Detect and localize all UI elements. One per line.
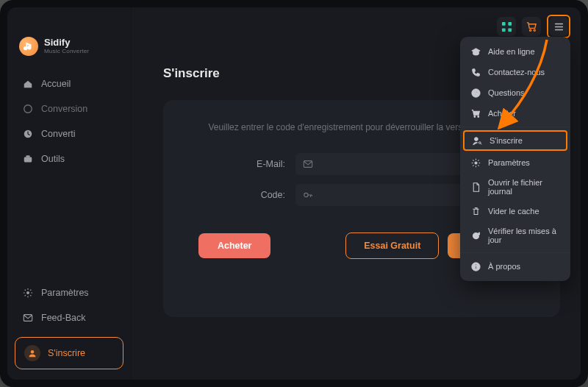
svg-point-30 <box>474 137 478 141</box>
menu-item-label: Ouvrir le fichier journal <box>488 178 560 196</box>
sidebar-item-label: Outils <box>41 154 65 164</box>
sidebar-footer: Paramètres Feed-Back S'inscrire <box>7 278 131 380</box>
sidebar-item-converted[interactable]: Converti <box>15 122 123 146</box>
svg-rect-34 <box>475 266 476 269</box>
email-label: E-Mail: <box>244 159 285 169</box>
sidebar-item-home[interactable]: Accueil <box>15 72 123 96</box>
refresh-icon <box>470 230 481 241</box>
sidebar-item-label: Converti <box>41 129 76 139</box>
mail-icon <box>22 312 34 324</box>
hamburger-menu: Aide en ligne Contactez-nous ? Questions… <box>460 37 570 281</box>
brand-subtitle: Music Converter <box>44 49 89 55</box>
phone-icon <box>470 67 481 77</box>
sidebar: Sidify Music Converter Accueil Conversio… <box>7 7 132 380</box>
code-field[interactable] <box>319 189 472 201</box>
gear-icon <box>22 287 34 299</box>
menu-item-label: S'inscrire <box>490 136 523 145</box>
email-field[interactable] <box>319 158 472 170</box>
menu-item-signup[interactable]: S'inscrire <box>463 130 567 151</box>
menu-item-label: Aide en ligne <box>488 47 535 56</box>
menu-item-label: Contactez-nous <box>488 68 545 77</box>
clock-icon <box>22 128 34 140</box>
trial-button[interactable]: Essai Gratuit <box>345 232 439 259</box>
file-icon <box>470 182 481 192</box>
key-icon <box>303 190 313 200</box>
menu-item-help[interactable]: Aide en ligne <box>460 41 570 62</box>
svg-point-31 <box>478 141 481 143</box>
user-icon <box>24 345 40 361</box>
menu-item-check-updates[interactable]: Vérifier les mises à jour <box>460 221 570 249</box>
graduation-cap-icon <box>470 46 481 57</box>
sidebar-item-tools[interactable]: Outils <box>15 147 123 171</box>
svg-point-17 <box>304 193 308 196</box>
svg-point-9 <box>24 105 32 113</box>
cart-icon <box>470 108 481 118</box>
svg-rect-12 <box>26 155 29 157</box>
menu-item-label: Acheter <box>488 109 516 118</box>
sidebar-item-label: Accueil <box>41 79 71 89</box>
sidebar-item-label: Paramètres <box>41 288 89 298</box>
email-row: E-Mail: <box>244 153 479 175</box>
code-label: Code: <box>244 190 285 200</box>
menu-item-clear-cache[interactable]: Vider le cache <box>460 201 570 221</box>
question-icon: ? <box>470 88 481 98</box>
brand: Sidify Music Converter <box>7 32 131 69</box>
svg-point-29 <box>477 116 478 117</box>
home-icon <box>22 78 34 90</box>
menu-item-label: Questions <box>488 88 525 97</box>
menu-item-label: À propos <box>488 262 520 271</box>
sidebar-item-feedback[interactable]: Feed-Back <box>15 306 123 330</box>
sidebar-item-conversion[interactable]: Conversion <box>15 97 123 121</box>
sidebar-item-label: Conversion <box>41 104 87 114</box>
menu-item-label: Vérifier les mises à jour <box>488 227 560 244</box>
menu-separator <box>460 252 570 253</box>
menu-item-label: Vider le cache <box>488 207 539 216</box>
svg-text:?: ? <box>474 90 478 96</box>
buy-button[interactable]: Acheter <box>198 233 270 258</box>
menu-item-open-log[interactable]: Ouvrir le fichier journal <box>460 173 570 201</box>
gear-icon <box>470 157 481 168</box>
menu-item-buy[interactable]: Acheter <box>460 103 570 124</box>
svg-point-32 <box>474 161 476 163</box>
conversion-icon <box>22 103 34 115</box>
svg-point-28 <box>473 116 475 117</box>
svg-rect-11 <box>24 157 32 162</box>
svg-point-15 <box>31 350 35 354</box>
menu-item-contact[interactable]: Contactez-nous <box>460 62 570 82</box>
menu-separator <box>460 127 570 127</box>
sidebar-nav: Accueil Conversion Converti Outils <box>7 69 131 174</box>
trash-icon <box>470 206 481 216</box>
sidebar-signup-label: S'inscrire <box>48 348 85 358</box>
toolbox-icon <box>22 153 34 165</box>
code-input-wrap[interactable] <box>295 184 479 206</box>
email-input-wrap[interactable] <box>295 153 479 175</box>
sidebar-item-settings[interactable]: Paramètres <box>15 281 123 305</box>
code-row: Code: <box>244 184 479 206</box>
menu-item-faq[interactable]: ? Questions <box>460 82 570 103</box>
svg-point-35 <box>475 263 476 265</box>
brand-logo-icon <box>19 37 38 56</box>
menu-item-label: Paramètres <box>488 158 530 167</box>
user-key-icon <box>472 135 482 146</box>
envelope-icon <box>303 159 313 169</box>
sidebar-item-label: Feed-Back <box>41 313 85 323</box>
svg-point-13 <box>26 291 29 294</box>
menu-item-settings[interactable]: Paramètres <box>460 152 570 173</box>
brand-title: Sidify <box>44 38 89 48</box>
info-icon <box>470 261 481 271</box>
sidebar-signup-button[interactable]: S'inscrire <box>15 337 123 369</box>
menu-item-about[interactable]: À propos <box>460 256 570 277</box>
